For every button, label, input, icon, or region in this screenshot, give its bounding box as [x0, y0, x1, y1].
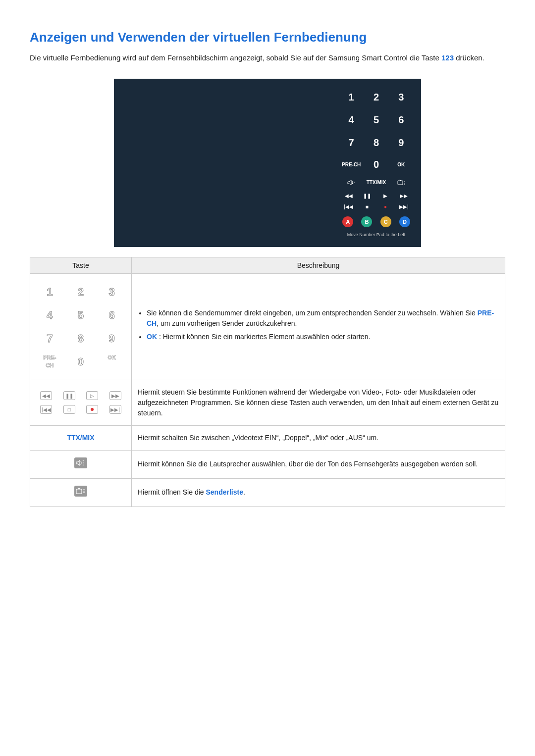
tv-num-2[interactable]: 2 [365, 88, 387, 107]
tv-num-7[interactable]: 7 [340, 133, 362, 153]
key-stop-icon: □ [63, 405, 75, 414]
tv-num-3[interactable]: 3 [390, 88, 412, 107]
tv-forward-icon[interactable]: ▶▶ [396, 192, 412, 201]
tv-channel-list-icon[interactable] [390, 178, 412, 188]
tv-color-a-button[interactable]: A [342, 216, 353, 227]
chlist-desc: Hiermit öffnen Sie die Senderliste. [132, 478, 505, 506]
channel-list-icon [74, 486, 87, 497]
key-rewind-icon: ◀◀ [40, 391, 52, 400]
intro-paragraph: Die virtuelle Fernbedienung wird auf dem… [30, 52, 505, 64]
tv-skip-fwd-icon[interactable]: ▶▶| [396, 202, 412, 211]
b2-key: OK [147, 333, 157, 341]
key-prech: PRE-CH [41, 353, 58, 370]
tv-num-8[interactable]: 8 [365, 133, 387, 153]
table-row: Hiermit können Sie die Lautsprecher ausw… [30, 450, 505, 478]
key-pause-icon: ❚❚ [63, 391, 75, 400]
tv-prech-button[interactable]: PRE-CH [340, 155, 362, 175]
table-row: 1 2 3 4 5 6 7 8 9 PRE-CH 0 OK [30, 273, 505, 380]
key-5: 5 [72, 307, 90, 323]
tv-num-4[interactable]: 4 [340, 110, 362, 130]
tv-color-c-button[interactable]: C [380, 216, 391, 227]
numpad-bullet-1: Sie können die Sendernummer direkt einge… [147, 308, 499, 329]
svg-rect-1 [76, 489, 82, 494]
tv-pause-icon[interactable]: ❚❚ [359, 192, 375, 201]
key-9: 9 [103, 330, 120, 347]
tv-num-5[interactable]: 5 [365, 110, 387, 130]
speaker-desc: Hiermit können Sie die Lautsprecher ausw… [132, 450, 505, 478]
b1-pre: Sie können die Sendernummer direkt einge… [147, 309, 478, 317]
table-head-desc: Beschreibung [132, 257, 505, 273]
ttxmix-desc: Hiermit schalten Sie zwischen „Videotext… [132, 425, 505, 450]
key-play-icon: ▷ [86, 391, 98, 400]
chlist-pre: Hiermit öffnen Sie die [138, 488, 206, 496]
tv-num-0[interactable]: 0 [365, 155, 387, 175]
tv-play-icon[interactable]: ▶ [377, 192, 394, 201]
tv-rewind-icon[interactable]: ◀◀ [340, 192, 357, 201]
key-record-icon [86, 405, 98, 414]
tv-skip-back-icon[interactable]: |◀◀ [340, 202, 357, 211]
intro-post: drücken. [454, 53, 484, 62]
tv-number-grid: 1 2 3 4 5 6 7 8 9 [340, 88, 412, 153]
table-row: ◀◀ ❚❚ ▷ ▶▶ |◀◀ □ ▶▶| Hiermit steuern Sie… [30, 380, 505, 425]
key-6: 6 [103, 307, 120, 323]
key-2: 2 [72, 284, 90, 300]
key-0: 0 [72, 353, 90, 370]
tv-color-d-button[interactable]: D [399, 216, 410, 227]
key-forward-icon: ▶▶ [109, 391, 121, 400]
table-row: Hiermit öffnen Sie die Senderliste. [30, 478, 505, 506]
tv-num-1[interactable]: 1 [340, 88, 362, 107]
svg-rect-0 [398, 181, 403, 185]
tv-ok-button[interactable]: OK [390, 155, 412, 175]
tv-num-9[interactable]: 9 [390, 133, 412, 153]
tv-footer-hint: Move Number Pad to the Left [340, 232, 412, 237]
numpad-bullet-2: OK : Hiermit können Sie ein markiertes E… [147, 332, 499, 342]
key-skip-back-icon: |◀◀ [40, 405, 52, 414]
page-title: Anzeigen und Verwenden der virtuellen Fe… [30, 30, 505, 45]
chlist-key: Senderliste [206, 488, 243, 496]
key-3: 3 [103, 284, 120, 300]
b1-post: , um zum vorherigen Sender zurückzukehre… [157, 319, 297, 327]
tv-stop-icon[interactable]: ■ [359, 202, 375, 211]
tv-ttxmix-button[interactable]: TTX/MIX [365, 178, 387, 188]
description-table: Taste Beschreibung 1 2 3 4 5 6 7 8 [30, 257, 505, 507]
key-skip-fwd-icon: ▶▶| [109, 405, 121, 414]
key-ok: OK [103, 353, 120, 370]
intro-pre: Die virtuelle Fernbedienung wird auf dem… [30, 53, 441, 62]
tv-color-b-button[interactable]: B [361, 216, 372, 227]
transport-keys-outline: ◀◀ ❚❚ ▷ ▶▶ |◀◀ □ ▶▶| [36, 391, 125, 414]
table-head-key: Taste [30, 257, 132, 273]
tv-record-icon[interactable]: ● [377, 202, 394, 211]
table-row: TTX/MIX Hiermit schalten Sie zwischen „V… [30, 425, 505, 450]
tv-num-6[interactable]: 6 [390, 110, 412, 130]
key-1: 1 [41, 284, 58, 300]
key-4: 4 [41, 307, 58, 323]
b2-post: : Hiermit können Sie ein markiertes Elem… [157, 333, 370, 341]
ttxmix-label: TTX/MIX [67, 434, 94, 442]
keypad-outline: 1 2 3 4 5 6 7 8 9 PRE-CH 0 OK [36, 281, 125, 373]
chlist-post: . [243, 488, 245, 496]
key-7: 7 [41, 330, 58, 347]
tv-screenshot: 1 2 3 4 5 6 7 8 9 PRE-CH 0 OK TTX/MIX [114, 79, 421, 247]
intro-key-123: 123 [441, 53, 454, 62]
tv-speaker-select-icon[interactable] [340, 178, 362, 188]
key-8: 8 [72, 330, 90, 347]
speaker-select-icon [74, 457, 87, 468]
transport-desc: Hiermit steuern Sie bestimmte Funktionen… [132, 380, 505, 425]
